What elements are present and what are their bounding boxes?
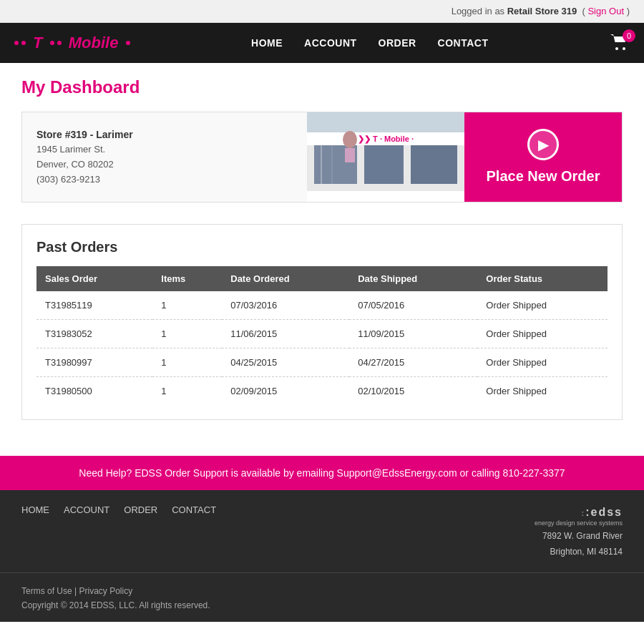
store-image: ❯❯ T · Mobile · [307, 112, 464, 191]
cell-date-shipped: 02/10/2015 [349, 376, 477, 405]
logged-in-text: Logged in as [452, 6, 504, 16]
table-row[interactable]: T31983052 1 11/06/2015 11/09/2015 Order … [36, 319, 608, 348]
past-orders-title: Past Orders [36, 239, 608, 255]
logo-t-letter: T [29, 34, 47, 52]
cell-items: 1 [152, 376, 222, 405]
cell-date-shipped: 04/27/2015 [349, 348, 477, 376]
col-items: Items [152, 266, 222, 291]
logo-dot-4 [57, 41, 62, 45]
edss-address2: Brighton, MI 48114 [535, 545, 623, 558]
edss-address1: 7892 W. Grand River [535, 530, 623, 542]
cell-date-ordered: 11/06/2015 [222, 319, 349, 348]
cart-badge: 0 [623, 29, 635, 42]
top-bar: Logged in as Retail Store 319 ( Sign Out… [0, 0, 644, 23]
store-address2: Denver, CO 80202 [36, 157, 293, 172]
sign-out-link[interactable]: Sign Out [587, 6, 624, 16]
main-nav: HOME ACCOUNT ORDER CONTACT [251, 24, 488, 62]
store-name-topbar: Retail Store 319 [507, 6, 577, 16]
footer-nav-account[interactable]: ACCOUNT [64, 504, 109, 515]
store-phone: (303) 623-9213 [36, 172, 293, 187]
footer-bottom: Terms of Use | Privacy Policy Copyright … [0, 572, 644, 622]
cell-items: 1 [152, 319, 222, 348]
table-row[interactable]: T31980500 1 02/09/2015 02/10/2015 Order … [36, 376, 608, 405]
logo-dot-3 [50, 41, 54, 45]
logo-dot-left [14, 41, 19, 45]
store-image-panel: ❯❯ T · Mobile · [307, 112, 464, 202]
table-row[interactable]: T31985119 1 07/03/2016 07/05/2016 Order … [36, 291, 608, 320]
logo: T Mobile [14, 34, 130, 52]
footer-edss-info: ::edss energy design service systems 789… [535, 504, 623, 558]
svg-text:❯❯ T · Mobile ·: ❯❯ T · Mobile · [358, 135, 414, 144]
cell-date-ordered: 02/09/2015 [222, 376, 349, 405]
svg-rect-5 [364, 145, 404, 184]
cell-order-status: Order Shipped [477, 376, 608, 405]
terms-link[interactable]: Terms of Use [21, 586, 72, 596]
footer-help-text: Need Help? EDSS Order Support is availab… [79, 467, 565, 479]
svg-rect-10 [345, 148, 355, 162]
svg-point-9 [343, 131, 357, 148]
dashboard-panels: Store #319 - Larimer 1945 Larimer St. De… [21, 112, 623, 203]
past-orders-section: Past Orders Sales Order Items Date Order… [21, 224, 623, 420]
logo-dot-5 [126, 41, 130, 45]
cell-items: 1 [152, 291, 222, 320]
main-content: My Dashboard Store #319 - Larimer 1945 L… [0, 63, 644, 456]
dashboard-title: My Dashboard [21, 77, 623, 97]
footer-nav-contact[interactable]: CONTACT [172, 504, 216, 515]
edss-logo: ::edss [535, 504, 623, 519]
logo-dot-right [21, 41, 26, 45]
col-order-status: Order Status [477, 266, 608, 291]
play-icon: ▶ [527, 129, 559, 160]
cell-date-ordered: 04/25/2015 [222, 348, 349, 376]
footer-help-bar: Need Help? EDSS Order Support is availab… [0, 456, 644, 490]
nav-order[interactable]: ORDER [379, 24, 416, 62]
footer-nav-home[interactable]: HOME [21, 504, 49, 515]
cell-order-status: Order Shipped [477, 319, 608, 348]
cell-sales-order: T31983052 [36, 319, 152, 348]
place-order-text: Place New Order [487, 167, 600, 185]
orders-table-body: T31985119 1 07/03/2016 07/05/2016 Order … [36, 291, 608, 405]
svg-point-1 [623, 47, 625, 50]
logo-mobile-text: Mobile [64, 34, 123, 52]
cart-area[interactable]: 0 [610, 34, 630, 53]
store-address1: 1945 Larimer St. [36, 142, 293, 157]
store-name: Store #319 - Larimer [36, 127, 293, 142]
nav-account[interactable]: ACCOUNT [304, 24, 357, 62]
footer-nav: HOME ACCOUNT ORDER CONTACT ::edss energy… [0, 490, 644, 572]
cell-order-status: Order Shipped [477, 348, 608, 376]
orders-table: Sales Order Items Date Ordered Date Ship… [36, 266, 608, 405]
cell-items: 1 [152, 348, 222, 376]
cell-sales-order: T31985119 [36, 291, 152, 320]
cell-date-shipped: 07/05/2016 [349, 291, 477, 320]
cell-date-shipped: 11/09/2015 [349, 319, 477, 348]
footer-nav-links: HOME ACCOUNT ORDER CONTACT [21, 504, 216, 515]
col-date-shipped: Date Shipped [349, 266, 477, 291]
nav-home[interactable]: HOME [251, 24, 283, 62]
privacy-link[interactable]: Privacy Policy [79, 586, 132, 596]
orders-table-header: Sales Order Items Date Ordered Date Ship… [36, 266, 608, 291]
store-info-panel: Store #319 - Larimer 1945 Larimer St. De… [22, 112, 307, 202]
edss-sub: energy design service systems [535, 519, 623, 527]
col-sales-order: Sales Order [36, 266, 152, 291]
header: T Mobile HOME ACCOUNT ORDER CONTACT 0 [0, 23, 644, 63]
copyright-text: Copyright © 2014 EDSS, LLC. All rights r… [21, 600, 623, 610]
cell-sales-order: T31980997 [36, 348, 152, 376]
col-date-ordered: Date Ordered [222, 266, 349, 291]
table-row[interactable]: T31980997 1 04/25/2015 04/27/2015 Order … [36, 348, 608, 376]
cell-order-status: Order Shipped [477, 291, 608, 320]
cart-icon-wrapper[interactable]: 0 [610, 34, 630, 53]
cell-sales-order: T31980500 [36, 376, 152, 405]
nav-contact[interactable]: CONTACT [438, 24, 489, 62]
place-order-panel[interactable]: ▶ Place New Order [464, 112, 622, 202]
svg-rect-6 [411, 145, 457, 184]
svg-point-0 [615, 47, 618, 50]
footer-nav-order[interactable]: ORDER [124, 504, 157, 515]
cell-date-ordered: 07/03/2016 [222, 291, 349, 320]
